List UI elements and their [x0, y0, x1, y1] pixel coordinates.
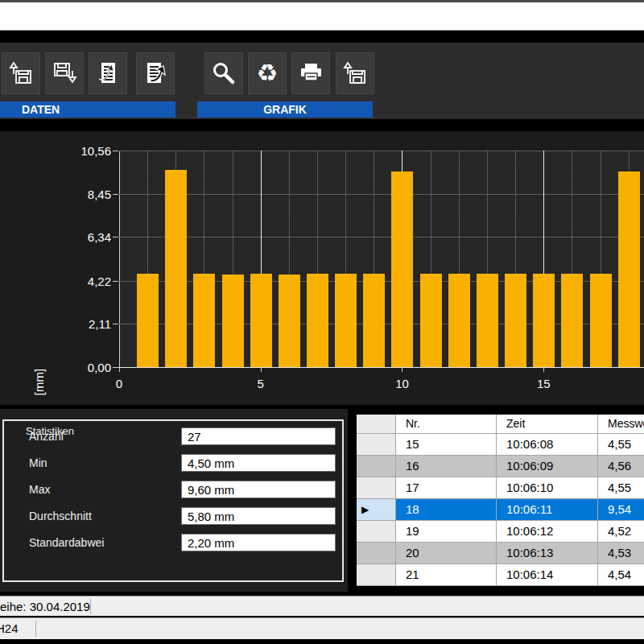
cell: 16: [396, 456, 497, 477]
stat-input-max[interactable]: [181, 481, 336, 498]
stat-label-anzahl: Anzahl: [29, 430, 64, 443]
recycle-icon: ♻: [257, 61, 279, 85]
statusbar-device: H24: [0, 618, 19, 639]
refresh-button[interactable]: ♻: [248, 52, 287, 94]
toolbar: ♻ DATEN GRAFIK: [0, 43, 644, 119]
x-tick-label: 5: [243, 377, 279, 390]
load-data-button[interactable]: [2, 52, 40, 94]
cell: 10:06:09: [497, 456, 598, 477]
bar-nr-10: [391, 171, 413, 367]
table-row-18[interactable]: ▶1810:06:119,54: [357, 499, 644, 521]
cell: 17: [396, 477, 497, 499]
document-swoosh-icon: [95, 60, 121, 86]
save-data-button[interactable]: [45, 52, 84, 94]
cell: 4,52: [598, 521, 644, 543]
y-tick-label: 0,00: [69, 361, 111, 374]
stat-label-max: Max: [29, 483, 50, 496]
stat-input-min[interactable]: [181, 454, 336, 472]
cell: 4,55: [598, 434, 644, 456]
cell: 18: [396, 499, 497, 521]
statusbar-1: eihe: 30.04.2019: [0, 596, 644, 616]
bar-nr-1: [137, 274, 159, 367]
row-header-cell: [357, 543, 396, 564]
table-row-20[interactable]: 2010:06:134,53: [357, 543, 644, 564]
row-header-cell: [357, 564, 396, 586]
x-axis-line: [118, 367, 644, 368]
statusbar-separator: [35, 621, 36, 637]
stat-input-anzahl[interactable]: [181, 427, 336, 445]
y-axis-tick: [113, 237, 118, 237]
floppy-arrow-down-icon: [52, 60, 77, 86]
save-graphic-button[interactable]: [336, 52, 374, 94]
cell: 19: [396, 521, 497, 543]
x-tick-label: 0: [101, 377, 137, 390]
table-row-21[interactable]: 2110:06:144,54: [357, 564, 644, 586]
cell: 4,56: [598, 456, 644, 477]
table-row-17[interactable]: 1710:06:104,55: [357, 477, 644, 499]
table-corner-cell[interactable]: [357, 415, 396, 434]
stat-label-standardabwei: Standardabwei: [29, 536, 104, 549]
row-header-cell: [357, 456, 396, 477]
y-tick-label: 4,22: [69, 275, 111, 288]
bar-nr-7: [307, 274, 328, 367]
toolbar-group-label-grafik: GRAFIK: [197, 101, 373, 118]
bar-nr-15: [533, 274, 555, 367]
table-row-15[interactable]: 1510:06:084,55: [357, 434, 644, 456]
bar-nr-6: [279, 275, 300, 367]
x-tick-label: 15: [526, 377, 561, 390]
bar-nr-4: [222, 275, 244, 367]
statusbar-separator: [90, 599, 91, 614]
bar-nr-13: [477, 274, 498, 367]
bar-nr-9: [363, 274, 385, 367]
print-button[interactable]: [291, 52, 330, 94]
stat-label-min: Min: [29, 456, 47, 469]
y-axis-tick: [113, 151, 118, 151]
cell: 4,55: [598, 477, 644, 499]
h-gridline: [119, 237, 644, 237]
bar-nr-5: [250, 274, 272, 367]
stat-label-durchschnitt: Durchschnitt: [29, 510, 92, 522]
cell: 10:06:14: [497, 564, 598, 586]
report-button[interactable]: [89, 52, 127, 94]
y-axis-unit-label: [mm]: [32, 357, 46, 408]
column-header-messwert[interactable]: Messwert: [598, 415, 644, 434]
cell: 20: [396, 543, 497, 564]
statusbar-series-date: eihe: 30.04.2019: [0, 597, 90, 617]
table-row-16[interactable]: 1610:06:094,56: [357, 456, 644, 477]
row-header-cell: [357, 434, 396, 456]
top-white-band: [0, 2, 644, 31]
magnifier-icon: [211, 60, 237, 86]
zoom-button[interactable]: [204, 52, 243, 94]
x-tick-label: 10: [384, 377, 419, 390]
cell: 21: [396, 564, 497, 586]
bar-nr-17: [590, 274, 612, 367]
bar-nr-8: [335, 274, 357, 367]
column-header-nr[interactable]: Nr.: [396, 415, 497, 434]
cell: 9,54: [598, 499, 644, 521]
y-tick-label: 2,11: [69, 317, 111, 331]
app-window: ♻ DATEN GRAFIK [mm] 0,002,114,226,348,45…: [0, 0, 644, 644]
bar-nr-18: [618, 171, 640, 367]
export-report-button[interactable]: [136, 52, 175, 94]
x-axis-tick: [119, 368, 120, 372]
stat-input-durchschnitt[interactable]: [181, 507, 336, 525]
h-gridline: [119, 151, 644, 151]
statusbar-2: H24: [0, 617, 644, 639]
cell: 10:06:08: [497, 434, 598, 456]
table-header-row: Nr.ZeitMesswert: [357, 415, 644, 434]
x-axis-tick: [402, 368, 402, 372]
stat-input-standardabwei[interactable]: [181, 534, 336, 551]
x-axis-tick: [261, 368, 262, 372]
y-tick-label: 8,45: [69, 188, 111, 201]
column-header-zeit[interactable]: Zeit: [497, 415, 598, 434]
table-row-19[interactable]: 1910:06:124,52: [357, 521, 644, 543]
bar-nr-11: [420, 274, 442, 367]
cell: 10:06:11: [497, 499, 598, 521]
floppy-arrow-up-icon: [8, 60, 34, 86]
h-gridline: [119, 194, 644, 195]
bar-nr-12: [448, 274, 470, 367]
row-header-cell: [357, 477, 396, 499]
bar-nr-3: [193, 274, 215, 367]
measurement-table: Nr.ZeitMesswert1510:06:084,551610:06:094…: [357, 415, 644, 588]
cell: 4,54: [598, 564, 644, 586]
